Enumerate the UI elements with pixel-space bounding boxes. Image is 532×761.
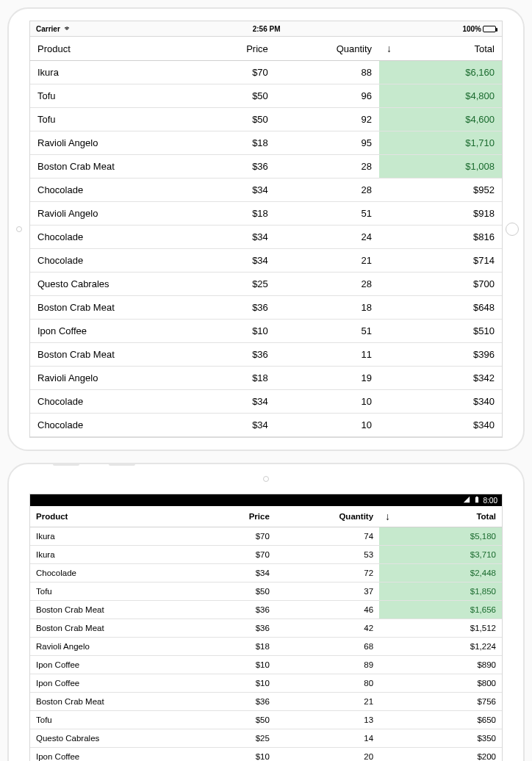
table-row[interactable]: Ravioli Angelo$1868$1,224 (30, 638, 502, 656)
cell-price: $70 (190, 546, 276, 564)
table-row[interactable]: Boston Crab Meat$3628$1,008 (30, 155, 502, 178)
table-row[interactable]: Tofu$5037$1,850 (30, 583, 502, 601)
cell-price: $10 (190, 656, 276, 674)
table-row[interactable]: Chocolade$3424$816 (30, 226, 502, 249)
cell-total: $648 (379, 296, 502, 320)
cell-product: Ravioli Angelo (30, 638, 190, 656)
cell-qty: 72 (276, 564, 379, 583)
col-price[interactable]: Price (190, 506, 276, 527)
cell-price: $10 (190, 674, 276, 693)
cell-total: $1,710 (379, 131, 502, 155)
table-row[interactable]: Ipon Coffee$1020$200 (30, 748, 502, 762)
cell-price: $70 (190, 61, 276, 84)
table-row[interactable]: Ravioli Angelo$1851$918 (30, 202, 502, 226)
table-row[interactable]: Boston Crab Meat$3611$396 (30, 343, 502, 367)
battery-icon (473, 496, 481, 505)
col-price[interactable]: Price (190, 37, 276, 61)
col-product[interactable]: Product (30, 37, 190, 61)
cell-total: $714 (379, 249, 502, 273)
cell-price: $50 (190, 711, 276, 729)
cell-total: $340 (379, 390, 502, 414)
cell-total: $890 (379, 656, 502, 674)
cell-product: Chocolade (30, 564, 190, 583)
cell-price: $36 (190, 601, 276, 619)
table-row[interactable]: Ipon Coffee$1080$800 (30, 674, 502, 693)
table-row[interactable]: Tofu$5092$4,600 (30, 108, 502, 131)
cell-product: Boston Crab Meat (30, 693, 190, 711)
cell-price: $36 (190, 343, 276, 367)
table-row[interactable]: Chocolade$3410$340 (30, 390, 502, 414)
cell-product: Ipon Coffee (30, 748, 190, 762)
cell-qty: 88 (276, 61, 379, 84)
cell-product: Boston Crab Meat (30, 601, 190, 619)
table-row[interactable]: Boston Crab Meat$3618$648 (30, 296, 502, 320)
ios-screen: Carrier 2:56 PM 100% Product Price Quant… (29, 21, 503, 438)
cell-qty: 68 (276, 638, 379, 656)
table-row[interactable]: Chocolade$3410$340 (30, 414, 502, 437)
table-row[interactable]: Chocolade$3421$714 (30, 249, 502, 273)
cell-qty: 74 (276, 527, 379, 546)
cell-price: $34 (190, 249, 276, 273)
col-product[interactable]: Product (30, 506, 190, 527)
table-row[interactable]: Ikura$7074$5,180 (30, 527, 502, 546)
table-row[interactable]: Boston Crab Meat$3642$1,512 (30, 619, 502, 638)
home-button-icon (506, 223, 519, 236)
products-table: Product Price Quantity ↓ Total Ikura$707… (30, 506, 502, 761)
cell-total: $952 (379, 178, 502, 202)
table-row[interactable]: Ipon Coffee$1051$510 (30, 320, 502, 343)
android-screen: 8:00 Product Price Quantity ↓ Total (29, 494, 503, 761)
camera-dot-icon (16, 226, 22, 232)
cell-product: Ikura (30, 546, 190, 564)
battery-icon (483, 26, 496, 32)
cell-product: Boston Crab Meat (30, 619, 190, 638)
cell-qty: 20 (276, 748, 379, 762)
table-row[interactable]: Boston Crab Meat$3621$756 (30, 693, 502, 711)
cell-total: $3,710 (379, 546, 502, 564)
cell-product: Chocolade (30, 178, 190, 202)
cell-qty: 11 (276, 343, 379, 367)
cell-total: $918 (379, 202, 502, 226)
clock-label: 8:00 (484, 497, 497, 505)
table-row[interactable]: Questo Cabrales$2528$700 (30, 273, 502, 296)
cell-product: Ravioli Angelo (30, 131, 190, 155)
cell-qty: 89 (276, 656, 379, 674)
cell-price: $50 (190, 583, 276, 601)
cell-qty: 53 (276, 546, 379, 564)
cell-product: Ravioli Angelo (30, 367, 190, 390)
cell-total: $6,160 (379, 61, 502, 84)
cell-product: Boston Crab Meat (30, 155, 190, 178)
table-row[interactable]: Ravioli Angelo$1895$1,710 (30, 131, 502, 155)
table-row[interactable]: Tofu$5096$4,800 (30, 84, 502, 108)
ios-status-bar: Carrier 2:56 PM 100% (30, 21, 502, 37)
signal-icon (463, 496, 470, 505)
table-row[interactable]: Ipon Coffee$1089$890 (30, 656, 502, 674)
table-row[interactable]: Ravioli Angelo$1819$342 (30, 367, 502, 390)
table-row[interactable]: Ikura$7088$6,160 (30, 61, 502, 84)
cell-price: $34 (190, 414, 276, 437)
table-row[interactable]: Questo Cabrales$2514$350 (30, 729, 502, 748)
cell-qty: 14 (276, 729, 379, 748)
cell-price: $36 (190, 155, 276, 178)
wifi-icon (63, 24, 71, 33)
table-row[interactable]: Tofu$5013$650 (30, 711, 502, 729)
col-total[interactable]: ↓ Total (379, 37, 502, 61)
table-row[interactable]: Boston Crab Meat$3646$1,656 (30, 601, 502, 619)
cell-price: $50 (190, 108, 276, 131)
cell-total: $4,800 (379, 84, 502, 108)
table-row[interactable]: Chocolade$3428$952 (30, 178, 502, 202)
cell-qty: 13 (276, 711, 379, 729)
cell-price: $18 (190, 638, 276, 656)
cell-qty: 18 (276, 296, 379, 320)
col-quantity[interactable]: Quantity (276, 506, 379, 527)
cell-product: Chocolade (30, 249, 190, 273)
cell-price: $18 (190, 367, 276, 390)
cell-product: Questo Cabrales (30, 273, 190, 296)
table-row[interactable]: Chocolade$3472$2,448 (30, 564, 502, 583)
sort-desc-icon: ↓ (387, 43, 392, 54)
table-row[interactable]: Ikura$7053$3,710 (30, 546, 502, 564)
camera-dot-icon (263, 476, 269, 482)
col-quantity[interactable]: Quantity (276, 37, 379, 61)
col-total[interactable]: ↓ Total (379, 506, 502, 527)
col-total-label: Total (475, 43, 495, 54)
cell-product: Ipon Coffee (30, 674, 190, 693)
